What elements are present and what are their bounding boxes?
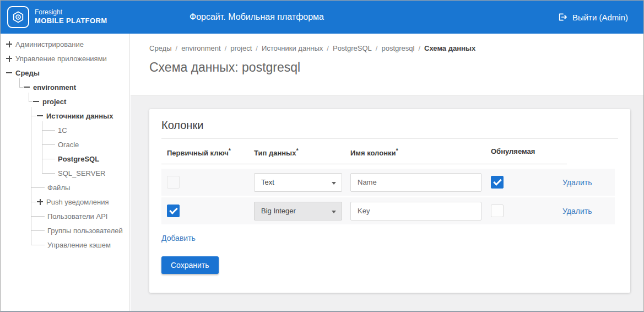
content-area: Колонки Первичный ключ* Тип данных* Имя … [131,95,643,311]
table-header-row: Первичный ключ* Тип данных* Имя колонки*… [161,139,567,164]
sidebar-item-environment[interactable]: environment [1,80,129,94]
table-row: Big Integer Удалить [161,197,615,224]
sidebar-item-label: 1C [58,126,67,135]
sidebar-item-1c[interactable]: 1C [1,123,129,137]
data-type-select[interactable]: Big Integer [254,202,342,220]
app-header: Foresight MOBILE PLATFORM Форсайт. Мобил… [1,1,643,34]
breadcrumb-item[interactable]: environment [181,44,221,52]
nullable-checkbox[interactable] [491,205,504,217]
sidebar-item-user-groups[interactable]: Группы пользователей [1,223,129,238]
app-window: Foresight MOBILE PLATFORM Форсайт. Мобил… [0,0,644,312]
breadcrumb: Среды/environment/project/Источники данн… [149,44,643,52]
sidebar-item-app-management[interactable]: Управление приложениями [1,51,129,66]
column-header-column-name: Имя колонки* [350,147,491,157]
sidebar-item-sql-server[interactable]: SQL_SERVER [1,166,129,180]
collapse-icon[interactable] [37,113,43,119]
breadcrumb-separator: / [176,44,178,52]
logout-icon [557,12,567,23]
sidebar-item-environments[interactable]: Среды [1,66,129,80]
sidebar-item-data-sources[interactable]: Источники данных [1,109,129,123]
breadcrumb-separator: / [225,44,227,52]
table-row: Text Удалить [161,169,615,196]
add-column-link[interactable]: Добавить [161,234,196,243]
sidebar-item-label: Управление кэшем [47,241,111,249]
foresight-logo-icon [7,6,29,28]
app-logo: Foresight MOBILE PLATFORM [7,6,107,28]
card-title: Колонки [161,119,618,132]
breadcrumb-item[interactable]: Среды [149,44,172,52]
columns-card: Колонки Первичный ключ* Тип данных* Имя … [149,109,630,293]
logo-product-name: MOBILE PLATFORM [35,17,107,25]
primary-key-checkbox[interactable] [167,176,180,189]
sidebar-item-label: project [42,98,66,106]
sidebar-item-label: Источники данных [46,112,113,120]
delete-row-link[interactable]: Удалить [562,178,592,187]
logout-label: Выйти (Admin) [572,13,628,22]
app-title: Форсайт. Мобильная платформа [190,12,324,22]
column-name-input[interactable] [350,173,481,192]
breadcrumb-item[interactable]: postgresql [381,44,414,52]
data-type-value: Big Integer [261,207,296,215]
breadcrumb-item-current: Схема данных [424,44,475,52]
sidebar-item-oracle[interactable]: Oracle [1,137,129,152]
sidebar-item-label: Пользователи API [47,212,107,220]
breadcrumb-item[interactable]: Источники данных [262,44,323,52]
collapse-icon[interactable] [6,70,12,76]
data-type-select[interactable]: Text [254,173,342,192]
expand-icon[interactable] [6,56,12,62]
collapse-icon[interactable] [24,84,30,90]
logo-text: Foresight MOBILE PLATFORM [35,8,107,25]
save-button[interactable]: Сохранить [161,256,219,274]
collapse-icon[interactable] [33,99,39,105]
sidebar-item-label: Управление приложениями [15,55,107,63]
sidebar-item-postgresql[interactable]: PostgreSQL [1,152,129,166]
sidebar-item-label: environment [33,83,76,92]
sidebar-item-files[interactable]: Файлы [1,180,129,195]
page-title: Схема данных: postgresql [149,60,643,75]
column-header-nullable: Обнуляемая [491,147,562,157]
nullable-checkbox[interactable] [491,176,504,189]
breadcrumb-separator: / [418,44,420,52]
sidebar-item-label: Файлы [47,184,70,192]
sidebar-item-label: PostgreSQL [58,155,99,163]
data-type-value: Text [261,178,274,186]
logout-button[interactable]: Выйти (Admin) [557,12,628,23]
required-mark: * [396,147,398,154]
sidebar-item-project[interactable]: project [1,94,129,109]
table-body: Text Удалить [161,169,618,224]
delete-row-link[interactable]: Удалить [562,207,592,216]
breadcrumb-separator: / [256,44,258,52]
sidebar-item-label: Oracle [58,141,79,149]
column-name-input[interactable] [350,202,481,220]
sidebar-item-api-users[interactable]: Пользователи API [1,209,129,223]
sidebar-item-label: SQL_SERVER [58,169,105,177]
breadcrumb-separator: / [327,44,329,52]
column-header-primary-key: Первичный ключ* [161,147,254,157]
primary-key-checkbox[interactable] [167,205,180,217]
expand-icon[interactable] [37,199,43,205]
breadcrumb-item[interactable]: project [230,44,252,52]
sidebar-item-label: Среды [15,69,40,77]
sidebar-item-cache-management[interactable]: Управление кэшем [1,238,129,252]
page-header-band: Среды/environment/project/Источники данн… [131,34,643,95]
sidebar-item-label: Администрирование [15,40,84,49]
expand-icon[interactable] [6,41,12,47]
sidebar-item-push-notifications[interactable]: Push уведомления [1,195,129,209]
sidebar-item-label: Push уведомления [46,198,109,206]
logo-brand-name: Foresight [35,8,107,17]
breadcrumb-separator: / [376,44,378,52]
required-mark: * [229,147,231,154]
breadcrumb-item[interactable]: PostgreSQL [333,44,372,52]
sidebar-item-administration[interactable]: Администрирование [1,37,129,51]
sidebar-tree: Администрирование Управление приложениям… [1,34,130,311]
required-mark: * [296,147,298,154]
column-header-data-type: Тип данных* [254,147,350,157]
sidebar-item-label: Группы пользователей [47,227,123,235]
